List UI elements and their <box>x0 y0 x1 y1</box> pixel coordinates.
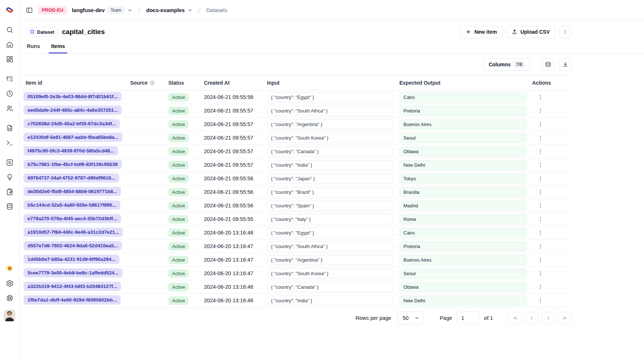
row-actions-kebab-icon[interactable] <box>535 187 545 197</box>
expected-output-cell[interactable]: Buenos Aires <box>399 255 527 265</box>
expected-output-cell[interactable]: Pretoria <box>399 106 527 116</box>
playground-terminal-icon[interactable] <box>3 136 16 149</box>
table-row[interactable]: f4975c95-5fc3-4939-970d-58fa5cd48... Act… <box>21 145 571 158</box>
input-cell[interactable]: { "country": "India" } <box>267 160 394 170</box>
item-id-link[interactable]: d557e7d6-7802-4624-9da6-52d410ea5... <box>23 241 122 250</box>
tracing-list-tree-icon[interactable] <box>3 72 16 85</box>
row-actions-kebab-icon[interactable] <box>535 92 545 102</box>
item-id-link[interactable]: c702838d-24d5-40a2-bf35-67dc3a3df... <box>23 119 120 128</box>
item-id-link[interactable]: 1f0e7da1-dbff-4e60-929d-f6095602bb... <box>23 295 121 304</box>
table-row[interactable]: 05109ef0-2e3b-4e03-98dd-8f7d01b61f... Ac… <box>21 90 571 104</box>
input-cell[interactable]: { "country": "South Korea" } <box>267 133 394 143</box>
row-actions-kebab-icon[interactable] <box>535 282 545 292</box>
export-download-icon[interactable] <box>559 58 571 71</box>
annotation-clipboard-pen-icon[interactable] <box>3 185 16 198</box>
table-row[interactable]: b5c144cd-52a5-4a80-926e-58617f895... Act… <box>21 199 571 213</box>
tab-items[interactable]: Items <box>51 43 65 53</box>
langfuse-logo[interactable] <box>5 5 14 14</box>
row-actions-kebab-icon[interactable] <box>535 173 545 184</box>
item-id-link[interactable]: e12430df-5e81-4687-aabb-f0ea65be8a... <box>23 133 122 142</box>
item-id-link[interactable]: a322b319-9412-4f43-b8f2-b20484127f... <box>23 282 121 291</box>
row-actions-kebab-icon[interactable] <box>535 268 545 278</box>
expected-output-cell[interactable]: Brasília <box>399 187 527 197</box>
table-row[interactable]: b75c7861-1fbe-45cf-bdf6-83f139c95539 Act… <box>21 158 571 172</box>
table-row[interactable]: c702838d-24d5-40a2-bf35-67dc3a3df... Act… <box>21 118 571 131</box>
expected-output-cell[interactable]: Pretoria <box>399 241 527 251</box>
expected-output-cell[interactable]: Rome <box>399 214 527 224</box>
row-actions-kebab-icon[interactable] <box>535 295 545 306</box>
table-row[interactable]: 69764737-34af-4752-9787-d90df9616... Act… <box>21 172 571 185</box>
expected-output-cell[interactable]: Ottawa <box>399 147 527 156</box>
columns-button[interactable]: Columns 7/8 <box>483 58 530 71</box>
table-row[interactable]: 1f0e7da1-dbff-4e60-929d-f6095602bb... Ac… <box>21 294 571 307</box>
item-id-link[interactable]: f4975c95-5fc3-4939-970d-58fa5cd48... <box>23 146 118 155</box>
last-page-icon[interactable] <box>558 312 571 324</box>
table-row[interactable]: e12430df-5e81-4687-aabb-f0ea65be8a... Ac… <box>21 131 571 145</box>
row-actions-kebab-icon[interactable] <box>535 255 545 265</box>
info-icon[interactable] <box>150 80 155 85</box>
dataset-actions-kebab-icon[interactable] <box>559 26 571 38</box>
tab-runs[interactable]: Runs <box>27 43 40 53</box>
expected-output-cell[interactable]: Seoul <box>399 269 527 278</box>
rows-per-page-select[interactable]: 50 <box>397 311 424 325</box>
insights-lightbulb-icon[interactable] <box>3 170 16 184</box>
new-item-button[interactable]: New item <box>460 26 502 38</box>
first-page-icon[interactable] <box>508 312 522 324</box>
org-selector[interactable]: langfuse-dev Team <box>70 7 132 14</box>
next-page-icon[interactable] <box>541 312 555 324</box>
item-id-link[interactable]: de30d2e0-f5d9-4854-88b6-0619771b8... <box>23 187 121 196</box>
input-cell[interactable]: { "country": "Spain" } <box>267 201 394 211</box>
input-cell[interactable]: { "country": "Italy" } <box>267 214 394 224</box>
item-id-link[interactable]: 1d45b0e7-b85a-4231-9149-6ff90a294... <box>23 255 120 264</box>
expected-output-cell[interactable]: New Delhi <box>399 296 527 306</box>
upload-csv-button[interactable]: Upload CSV <box>506 26 555 38</box>
page-number-input[interactable] <box>457 311 480 325</box>
row-actions-kebab-icon[interactable] <box>535 106 545 116</box>
input-cell[interactable]: { "country": "Argentina" } <box>267 255 394 265</box>
input-cell[interactable]: { "country": "Egypt" } <box>267 228 394 238</box>
table-row[interactable]: e779a270-579a-4f45-aec4-35b72d3bff... Ac… <box>21 213 571 226</box>
table-row[interactable]: 1d45b0e7-b85a-4231-9149-6ff90a294... Act… <box>21 253 571 267</box>
sessions-clock-icon[interactable] <box>3 87 16 100</box>
chevron-down-icon[interactable] <box>187 8 193 13</box>
expected-output-cell[interactable]: Cairo <box>399 92 527 102</box>
expected-output-cell[interactable]: Tokyo <box>399 174 527 184</box>
table-row[interactable]: a322b319-9412-4f43-b8f2-b20484127f... Ac… <box>21 280 571 294</box>
input-cell[interactable]: { "country": "Japan" } <box>267 174 394 184</box>
input-cell[interactable]: { "country": "India" } <box>267 296 394 306</box>
row-height-icon[interactable] <box>542 58 554 71</box>
input-cell[interactable]: { "country": "South Africa" } <box>267 241 394 251</box>
input-cell[interactable]: { "country": "South Korea" } <box>267 269 394 278</box>
sidebar-toggle-icon[interactable] <box>24 5 35 16</box>
row-actions-kebab-icon[interactable] <box>535 228 545 238</box>
settings-gear-icon[interactable] <box>3 277 16 290</box>
input-cell[interactable]: { "country": "Egypt" } <box>267 92 394 102</box>
notification-dot-icon[interactable] <box>3 262 16 275</box>
project-selector[interactable]: docs-examples <box>146 7 193 13</box>
table-row[interactable]: 5cee7779-3e00-4eb8-be8c-1affedd524... Ac… <box>21 267 571 280</box>
item-id-link[interactable]: eed5dafe-244f-465c-a84c-4a6e357251... <box>23 106 122 115</box>
item-id-link[interactable]: b75c7861-1fbe-45cf-bdf6-83f139c95539 <box>23 160 122 169</box>
table-row[interactable]: a1910d57-7f84-440c-9e46-a31c2d7e21... Ac… <box>21 226 571 240</box>
search-icon[interactable] <box>3 23 16 36</box>
row-actions-kebab-icon[interactable] <box>535 241 545 251</box>
item-id-link[interactable]: e779a270-579a-4f45-aec4-35b72d3bff... <box>23 214 121 223</box>
row-actions-kebab-icon[interactable] <box>535 119 545 129</box>
expected-output-cell[interactable]: Madrid <box>399 201 527 211</box>
expected-output-cell[interactable]: New Delhi <box>399 160 527 170</box>
item-id-link[interactable]: b5c144cd-52a5-4a80-926e-58617f895... <box>23 200 120 210</box>
item-id-link[interactable]: 05109ef0-2e3b-4e03-98dd-8f7d01b61f... <box>23 92 121 101</box>
expected-output-cell[interactable]: Ottawa <box>399 282 527 292</box>
user-avatar[interactable] <box>4 310 15 321</box>
support-lifebuoy-icon[interactable] <box>3 291 16 304</box>
input-cell[interactable]: { "country": "Canada" } <box>267 282 394 292</box>
chevron-down-icon[interactable] <box>127 8 132 13</box>
evaluators-percent-icon[interactable] <box>3 156 16 169</box>
item-id-link[interactable]: 69764737-34af-4752-9787-d90df9616... <box>23 173 119 182</box>
row-actions-kebab-icon[interactable] <box>535 214 545 224</box>
datasets-database-icon[interactable] <box>3 200 16 213</box>
prompts-file-code-icon[interactable] <box>3 121 16 134</box>
input-cell[interactable]: { "country": "Canada" } <box>267 147 394 156</box>
row-actions-kebab-icon[interactable] <box>535 160 545 170</box>
input-cell[interactable]: { "country": "Argentina" } <box>267 119 394 129</box>
